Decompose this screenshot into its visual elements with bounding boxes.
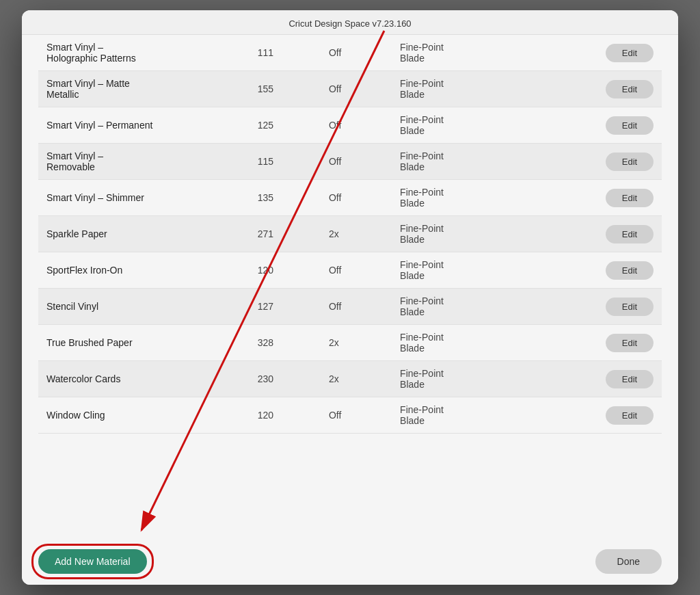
edit-cell: Edit <box>555 71 662 107</box>
table-row: Smart Vinyl – Permanent 125 Off Fine-Poi… <box>38 107 662 144</box>
pressure-value: 127 <box>252 289 323 325</box>
app-title: Cricut Design Space v7.23.160 <box>288 18 411 29</box>
table-row: Smart Vinyl – Shimmer 135 Off Fine-Point… <box>38 180 662 216</box>
multicut-value: Off <box>323 289 394 325</box>
multicut-value: Off <box>323 71 394 107</box>
blade-type: Fine-PointBlade <box>394 325 555 361</box>
multicut-value: Off <box>323 252 394 289</box>
modal-content: Smart Vinyl –Holographic Patterns 111 Of… <box>22 35 678 538</box>
edit-cell: Edit <box>555 361 662 397</box>
table-row: SportFlex Iron-On 120 Off Fine-PointBlad… <box>38 252 662 289</box>
multicut-value: 2x <box>323 216 394 252</box>
pressure-value: 125 <box>252 107 323 144</box>
blade-type: Fine-PointBlade <box>394 71 555 107</box>
edit-button[interactable]: Edit <box>606 298 654 316</box>
modal-overlay: Cricut Design Space v7.23.160 Smart Viny… <box>0 0 700 595</box>
multicut-value: Off <box>323 180 394 216</box>
pressure-value: 111 <box>252 35 323 71</box>
table-row: Smart Vinyl – MatteMetallic 155 Off Fine… <box>38 71 662 107</box>
blade-type: Fine-PointBlade <box>394 35 555 71</box>
material-name: Stencil Vinyl <box>38 289 252 325</box>
multicut-value: Off <box>323 107 394 144</box>
pressure-value: 120 <box>252 252 323 289</box>
material-name: Smart Vinyl – Shimmer <box>38 180 252 216</box>
pressure-value: 328 <box>252 325 323 361</box>
edit-cell: Edit <box>555 216 662 252</box>
edit-cell: Edit <box>555 397 662 434</box>
multicut-value: Off <box>323 397 394 434</box>
add-new-wrapper: Add New Material <box>38 549 147 574</box>
multicut-value: Off <box>323 35 394 71</box>
modal-footer: Add New Material Done <box>22 538 678 585</box>
edit-button[interactable]: Edit <box>606 153 654 171</box>
blade-type: Fine-PointBlade <box>394 397 555 434</box>
multicut-value: 2x <box>323 361 394 397</box>
table-container[interactable]: Smart Vinyl –Holographic Patterns 111 Of… <box>22 35 678 538</box>
material-name: Window Cling <box>38 397 252 434</box>
material-name: Smart Vinyl – MatteMetallic <box>38 71 252 107</box>
add-new-material-button[interactable]: Add New Material <box>38 549 147 574</box>
table-row: Window Cling 120 Off Fine-PointBlade Edi… <box>38 397 662 434</box>
table-row: Smart Vinyl –Holographic Patterns 111 Of… <box>38 35 662 71</box>
pressure-value: 115 <box>252 144 323 180</box>
edit-button[interactable]: Edit <box>606 225 654 243</box>
material-name: Smart Vinyl –Removable <box>38 144 252 180</box>
blade-type: Fine-PointBlade <box>394 144 555 180</box>
edit-button[interactable]: Edit <box>606 261 654 280</box>
edit-button[interactable]: Edit <box>606 406 654 425</box>
table-row: Smart Vinyl –Removable 115 Off Fine-Poin… <box>38 144 662 180</box>
blade-type: Fine-PointBlade <box>394 289 555 325</box>
blade-type: Fine-PointBlade <box>394 216 555 252</box>
table-row: Stencil Vinyl 127 Off Fine-PointBlade Ed… <box>38 289 662 325</box>
edit-cell: Edit <box>555 180 662 216</box>
edit-button[interactable]: Edit <box>606 334 654 352</box>
blade-type: Fine-PointBlade <box>394 107 555 144</box>
multicut-value: Off <box>323 144 394 180</box>
blade-type: Fine-PointBlade <box>394 180 555 216</box>
blade-type: Fine-PointBlade <box>394 252 555 289</box>
material-name: Smart Vinyl –Holographic Patterns <box>38 35 252 71</box>
pressure-value: 230 <box>252 361 323 397</box>
material-name: Watercolor Cards <box>38 361 252 397</box>
edit-button[interactable]: Edit <box>606 44 654 62</box>
table-row: Watercolor Cards 230 2x Fine-PointBlade … <box>38 361 662 397</box>
edit-cell: Edit <box>555 252 662 289</box>
pressure-value: 120 <box>252 397 323 434</box>
blade-type: Fine-PointBlade <box>394 361 555 397</box>
edit-cell: Edit <box>555 289 662 325</box>
edit-cell: Edit <box>555 35 662 71</box>
title-bar: Cricut Design Space v7.23.160 <box>22 10 678 35</box>
material-name: Sparkle Paper <box>38 216 252 252</box>
done-button[interactable]: Done <box>595 549 662 574</box>
material-name: SportFlex Iron-On <box>38 252 252 289</box>
multicut-value: 2x <box>323 325 394 361</box>
edit-cell: Edit <box>555 107 662 144</box>
edit-cell: Edit <box>555 325 662 361</box>
edit-button[interactable]: Edit <box>606 80 654 98</box>
pressure-value: 155 <box>252 71 323 107</box>
edit-button[interactable]: Edit <box>606 370 654 388</box>
table-row: True Brushed Paper 328 2x Fine-PointBlad… <box>38 325 662 361</box>
pressure-value: 135 <box>252 180 323 216</box>
table-row: Sparkle Paper 271 2x Fine-PointBlade Edi… <box>38 216 662 252</box>
pressure-value: 271 <box>252 216 323 252</box>
material-name: True Brushed Paper <box>38 325 252 361</box>
modal: Cricut Design Space v7.23.160 Smart Viny… <box>22 10 678 585</box>
edit-cell: Edit <box>555 144 662 180</box>
edit-button[interactable]: Edit <box>606 116 654 135</box>
material-name: Smart Vinyl – Permanent <box>38 107 252 144</box>
edit-button[interactable]: Edit <box>606 189 654 207</box>
materials-table: Smart Vinyl –Holographic Patterns 111 Of… <box>38 35 662 434</box>
